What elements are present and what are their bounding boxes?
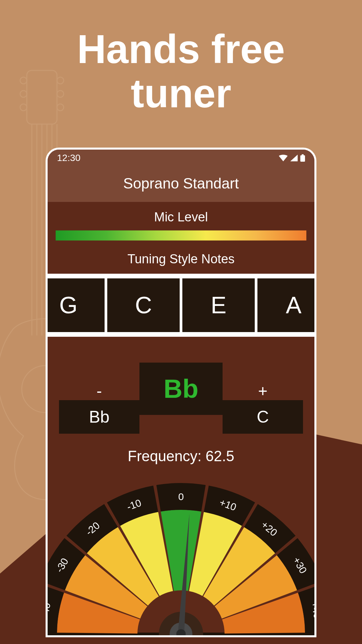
tuning-notes-strip: G C E A (46, 274, 316, 337)
next-note-box: C (223, 400, 303, 434)
flat-indicator: - (97, 381, 102, 400)
frequency-readout: Frequency: 62.5 (48, 434, 314, 471)
hero-line2: tuner (0, 71, 362, 115)
note-tile-e[interactable]: E (182, 278, 255, 332)
svg-rect-14 (300, 155, 305, 162)
svg-rect-15 (302, 154, 304, 156)
tuning-preset-selector[interactable]: Soprano Standart (48, 166, 314, 202)
note-tile-a[interactable]: A (257, 278, 316, 332)
prev-note-box: Bb (59, 400, 139, 434)
status-bar: 12:30 (48, 150, 314, 166)
tuning-preset-label: Soprano Standart (123, 175, 239, 192)
gauge-tick-label: 0 (178, 491, 184, 502)
phone-frame: 12:30 Soprano Standart Mic Level Tuning … (46, 148, 316, 637)
note-tile-g[interactable]: G (46, 278, 105, 332)
wifi-icon (279, 155, 288, 161)
tuning-notes-label: Tuning Style Notes (48, 244, 314, 272)
hero-title: Hands free tuner (0, 27, 362, 115)
detected-note-section: Detected Note - Bb Bb + C Frequency: 62.… (48, 353, 314, 471)
sharp-indicator: + (258, 381, 267, 400)
status-time: 12:30 (57, 153, 80, 163)
frequency-value: 62.5 (205, 448, 234, 464)
status-icons (279, 154, 305, 162)
mic-level-label: Mic Level (48, 202, 314, 230)
mic-level-meter (56, 230, 306, 240)
current-note-box: Bb (139, 363, 223, 415)
detected-note-row: - Bb Bb + C (56, 381, 306, 434)
battery-icon (300, 154, 305, 162)
hero-line1: Hands free (0, 27, 362, 71)
tuning-gauge: -40-30-20-100+10+20+30+40 (46, 480, 316, 637)
frequency-label: Frequency: (128, 448, 205, 464)
signal-icon (290, 155, 298, 161)
note-tile-c[interactable]: C (107, 278, 180, 332)
